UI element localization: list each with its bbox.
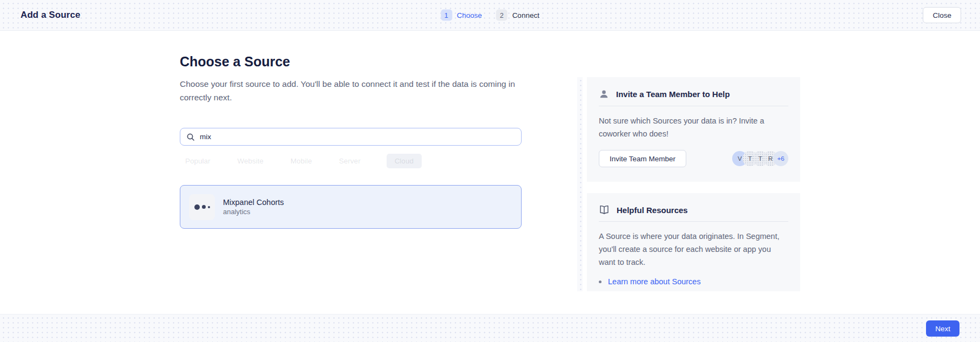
tab-mobile[interactable]: Mobile [289, 154, 313, 168]
book-icon [599, 205, 610, 215]
step-number-badge: 1 [441, 10, 452, 21]
source-search-box[interactable] [180, 128, 522, 146]
stepper: 1 Choose 2 Connect [441, 10, 539, 21]
step-number-badge: 2 [496, 10, 508, 21]
invite-row: Invite Team Member V T T R +6 [599, 150, 788, 167]
source-category: analytics [223, 208, 284, 216]
tab-website[interactable]: Website [236, 154, 265, 168]
mixpanel-logo-icon [189, 194, 215, 220]
modal-header: Add a Source 1 Choose 2 Connect Close [0, 0, 980, 31]
content-area: Choose a Source Choose your first source… [0, 31, 980, 314]
divider [599, 106, 788, 106]
page-heading: Choose a Source [180, 54, 290, 70]
resources-panel-body: A Source is where your data originates. … [599, 230, 788, 269]
step-connect[interactable]: 2 Connect [496, 10, 539, 21]
source-name: Mixpanel Cohorts [223, 198, 284, 207]
panel-gap [587, 182, 800, 193]
invite-panel: Invite a Team Member to Help Not sure wh… [587, 77, 800, 182]
sidebar-divider-strip [577, 77, 583, 291]
invite-panel-body: Not sure which Sources your data is in? … [599, 114, 788, 140]
avatar-overflow-count: +6 [773, 151, 788, 166]
step-choose[interactable]: 1 Choose [441, 10, 482, 21]
invite-team-member-button[interactable]: Invite Team Member [599, 150, 686, 167]
learn-more-sources-link[interactable]: Learn more about Sources [608, 277, 701, 286]
list-item: Learn more about Sources [599, 277, 788, 286]
source-result-text: Mixpanel Cohorts analytics [223, 198, 284, 216]
divider [599, 221, 788, 222]
tab-popular[interactable]: Popular [184, 154, 212, 168]
person-icon [599, 89, 609, 99]
source-result-card[interactable]: Mixpanel Cohorts analytics [180, 185, 522, 229]
search-icon [186, 133, 195, 141]
resources-panel: Helpful Resources A Source is where your… [587, 193, 800, 291]
resources-panel-header: Helpful Resources [599, 204, 788, 221]
resource-links-list: Learn more about Sources [599, 277, 788, 286]
tab-server[interactable]: Server [338, 154, 362, 168]
page-description: Choose your first source to add. You'll … [180, 78, 523, 104]
resources-panel-title: Helpful Resources [617, 206, 688, 215]
search-input[interactable] [200, 128, 515, 145]
modal-footer: Next [0, 314, 980, 342]
next-button[interactable]: Next [926, 320, 959, 337]
team-avatar-stack: V T T R +6 [732, 151, 788, 166]
step-label: Connect [512, 11, 539, 19]
bullet-icon [599, 281, 601, 283]
invite-panel-header: Invite a Team Member to Help [599, 88, 788, 106]
category-tabs: Popular Website Mobile Server Cloud [184, 154, 422, 168]
step-label: Choose [457, 11, 482, 19]
tab-cloud[interactable]: Cloud [387, 154, 422, 168]
invite-panel-title: Invite a Team Member to Help [616, 90, 730, 99]
close-button[interactable]: Close [923, 7, 961, 23]
page-title: Add a Source [21, 10, 80, 20]
help-sidebar: Invite a Team Member to Help Not sure wh… [587, 77, 800, 291]
